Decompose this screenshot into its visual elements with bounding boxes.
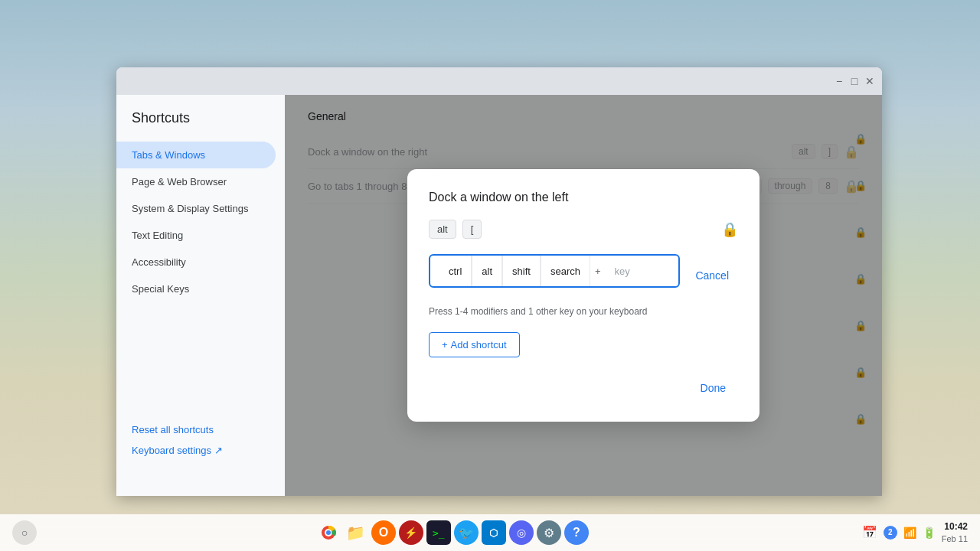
sidebar-item-text-editing[interactable]: Text Editing <box>116 222 276 249</box>
minimize-button[interactable]: − <box>833 75 845 87</box>
shortcut-modal: Dock a window on the left alt [ 🔒 ctrl a… <box>407 169 760 422</box>
add-shortcut-label: Add shortcut <box>451 339 507 350</box>
input-plus: + <box>590 266 606 277</box>
taskbar-apps: 📁 O ⚡ >_ 🐦 ⬡ ◎ ⚙ ? <box>46 520 859 545</box>
existing-shortcut: alt [ 🔒 <box>429 220 738 239</box>
existing-key-alt: alt <box>429 220 456 239</box>
key-shift: shift <box>502 256 541 286</box>
existing-shortcut-lock: 🔒 <box>721 221 738 238</box>
taskbar-app-vscode[interactable]: ⬡ <box>482 520 506 545</box>
main-content: General Dock a window on the right alt ]… <box>285 95 882 496</box>
svg-point-2 <box>326 530 331 535</box>
taskbar-app-terminal[interactable]: >_ <box>426 520 451 545</box>
sidebar: Shortcuts Tabs & Windows Page & Web Brow… <box>116 95 285 496</box>
key-ctrl: ctrl <box>439 256 472 286</box>
key-alt: alt <box>472 256 502 286</box>
taskbar-date: Feb 11 <box>942 533 968 544</box>
key-search: search <box>541 256 590 286</box>
taskbar-time: 10:42 <box>942 521 968 533</box>
maximize-button[interactable]: □ <box>848 75 861 87</box>
taskbar-wifi-icon[interactable]: 📶 <box>903 527 916 539</box>
modal-title: Dock a window on the left <box>429 191 738 204</box>
taskbar-app-help[interactable]: ? <box>564 520 589 545</box>
taskbar-app-settings[interactable]: ⚙ <box>537 520 561 545</box>
sidebar-item-page-web[interactable]: Page & Web Browser <box>116 168 276 195</box>
cancel-button[interactable]: Cancel <box>686 269 738 282</box>
taskbar-notification-badge: 2 <box>884 526 897 540</box>
browser-content: Shortcuts Tabs & Windows Page & Web Brow… <box>116 95 882 496</box>
taskbar-app-red[interactable]: ⚡ <box>399 520 423 545</box>
close-button[interactable]: ✕ <box>864 75 876 87</box>
search-icon: ○ <box>21 527 28 539</box>
sidebar-item-special-keys[interactable]: Special Keys <box>116 276 276 302</box>
browser-window: − □ ✕ Shortcuts Tabs & Windows Page & We… <box>116 67 882 496</box>
keyboard-settings-link[interactable]: Keyboard settings ↗ <box>132 445 270 456</box>
done-button[interactable]: Done <box>688 376 738 400</box>
taskbar-app-chrome[interactable] <box>316 520 341 545</box>
key-input-row[interactable]: ctrl alt shift search + key <box>429 254 680 288</box>
key-key: key <box>606 256 639 286</box>
taskbar: ○ 📁 O ⚡ >_ <box>0 514 980 551</box>
modal-footer: Done <box>429 376 738 400</box>
modal-overlay: Dock a window on the left alt [ 🔒 ctrl a… <box>285 95 882 496</box>
existing-key-bracket: [ <box>462 220 482 239</box>
taskbar-app-discord[interactable]: ◎ <box>509 520 534 545</box>
reset-shortcuts-link[interactable]: Reset all shortcuts <box>132 424 270 435</box>
taskbar-app-files[interactable]: 📁 <box>344 520 368 545</box>
add-shortcut-plus: + <box>442 339 448 350</box>
taskbar-battery-icon: 🔋 <box>923 527 936 539</box>
browser-titlebar: − □ ✕ <box>116 67 882 95</box>
taskbar-right: 📅 2 📶 🔋 10:42 Feb 11 <box>862 521 968 544</box>
sidebar-title: Shortcuts <box>116 110 285 142</box>
sidebar-item-accessibility[interactable]: Accessibility <box>116 249 276 276</box>
sidebar-item-system-display[interactable]: System & Display Settings <box>116 195 276 222</box>
taskbar-app-twitter[interactable]: 🐦 <box>454 520 479 545</box>
taskbar-time-date[interactable]: 10:42 Feb 11 <box>942 521 968 544</box>
hint-text: Press 1-4 modifiers and 1 other key on y… <box>429 306 738 317</box>
add-shortcut-button[interactable]: + Add shortcut <box>429 332 520 357</box>
taskbar-search-button[interactable]: ○ <box>12 520 37 545</box>
taskbar-app-orange[interactable]: O <box>371 520 396 545</box>
taskbar-calendar-icon[interactable]: 📅 <box>862 525 877 540</box>
sidebar-item-tabs-windows[interactable]: Tabs & Windows <box>116 142 276 168</box>
